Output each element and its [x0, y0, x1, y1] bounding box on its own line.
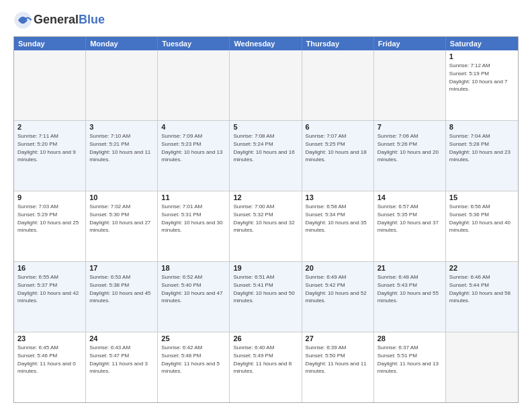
- calendar-row: 2Sunrise: 7:11 AM Sunset: 5:20 PM Daylig…: [14, 120, 518, 191]
- calendar-day-cell: 13Sunrise: 6:58 AM Sunset: 5:34 PM Dayli…: [302, 191, 374, 261]
- calendar-row: 16Sunrise: 6:55 AM Sunset: 5:37 PM Dayli…: [14, 261, 518, 332]
- weekday-header: Wednesday: [230, 37, 302, 50]
- day-info: Sunrise: 7:01 AM Sunset: 5:31 PM Dayligh…: [161, 203, 222, 233]
- day-info: Sunrise: 6:49 AM Sunset: 5:42 PM Dayligh…: [306, 274, 367, 304]
- page: GeneralBlue SundayMondayTuesdayWednesday…: [0, 0, 532, 411]
- calendar-empty-cell: [158, 50, 230, 120]
- calendar-day-cell: 14Sunrise: 6:57 AM Sunset: 5:35 PM Dayli…: [374, 191, 446, 261]
- day-info: Sunrise: 7:02 AM Sunset: 5:30 PM Dayligh…: [89, 203, 150, 233]
- day-info: Sunrise: 6:40 AM Sunset: 5:49 PM Dayligh…: [233, 345, 292, 374]
- calendar-empty-cell: [14, 50, 86, 120]
- calendar-day-cell: 19Sunrise: 6:51 AM Sunset: 5:41 PM Dayli…: [230, 262, 302, 332]
- logo-general: General: [34, 13, 79, 26]
- calendar-empty-cell: [230, 50, 302, 120]
- weekday-header: Saturday: [446, 37, 518, 50]
- calendar-body: 1Sunrise: 7:12 AM Sunset: 5:19 PM Daylig…: [14, 50, 518, 402]
- calendar-day-cell: 27Sunrise: 6:39 AM Sunset: 5:50 PM Dayli…: [302, 332, 374, 402]
- weekday-header: Thursday: [302, 37, 374, 50]
- day-info: Sunrise: 6:52 AM Sunset: 5:40 PM Dayligh…: [161, 274, 222, 304]
- calendar-day-cell: 6Sunrise: 7:07 AM Sunset: 5:25 PM Daylig…: [302, 121, 374, 191]
- calendar-day-cell: 23Sunrise: 6:45 AM Sunset: 5:46 PM Dayli…: [14, 332, 86, 402]
- day-number: 7: [378, 123, 442, 131]
- calendar-day-cell: 18Sunrise: 6:52 AM Sunset: 5:40 PM Dayli…: [158, 262, 230, 332]
- day-number: 21: [378, 264, 442, 272]
- calendar-empty-cell: [302, 50, 374, 120]
- calendar-day-cell: 25Sunrise: 6:42 AM Sunset: 5:48 PM Dayli…: [158, 332, 230, 402]
- day-number: 6: [306, 123, 370, 131]
- calendar-day-cell: 3Sunrise: 7:10 AM Sunset: 5:21 PM Daylig…: [86, 121, 158, 191]
- logo-icon: [13, 11, 32, 30]
- day-number: 14: [378, 193, 442, 201]
- calendar-day-cell: 21Sunrise: 6:48 AM Sunset: 5:43 PM Dayli…: [374, 262, 446, 332]
- day-info: Sunrise: 6:58 AM Sunset: 5:34 PM Dayligh…: [306, 203, 367, 233]
- calendar-day-cell: 15Sunrise: 6:56 AM Sunset: 5:36 PM Dayli…: [446, 191, 518, 261]
- day-info: Sunrise: 6:43 AM Sunset: 5:47 PM Dayligh…: [89, 345, 148, 374]
- calendar-row: 23Sunrise: 6:45 AM Sunset: 5:46 PM Dayli…: [14, 332, 518, 402]
- weekday-header: Sunday: [14, 37, 86, 50]
- calendar-header: SundayMondayTuesdayWednesdayThursdayFrid…: [14, 37, 518, 50]
- day-info: Sunrise: 7:00 AM Sunset: 5:32 PM Dayligh…: [233, 203, 294, 233]
- calendar-empty-cell: [374, 50, 446, 120]
- calendar-day-cell: 8Sunrise: 7:04 AM Sunset: 5:28 PM Daylig…: [446, 121, 518, 191]
- day-info: Sunrise: 7:04 AM Sunset: 5:28 PM Dayligh…: [449, 133, 511, 163]
- day-number: 16: [17, 264, 82, 272]
- day-number: 4: [161, 123, 226, 131]
- day-number: 23: [17, 334, 82, 342]
- day-info: Sunrise: 7:07 AM Sunset: 5:25 PM Dayligh…: [306, 133, 367, 163]
- day-number: 19: [233, 264, 298, 272]
- day-info: Sunrise: 6:53 AM Sunset: 5:38 PM Dayligh…: [89, 274, 150, 304]
- calendar-day-cell: 2Sunrise: 7:11 AM Sunset: 5:20 PM Daylig…: [14, 121, 86, 191]
- calendar-day-cell: 9Sunrise: 7:03 AM Sunset: 5:29 PM Daylig…: [14, 191, 86, 261]
- calendar-row: 9Sunrise: 7:03 AM Sunset: 5:29 PM Daylig…: [14, 191, 518, 261]
- day-number: 12: [233, 193, 298, 201]
- calendar-day-cell: 5Sunrise: 7:08 AM Sunset: 5:24 PM Daylig…: [230, 121, 302, 191]
- day-number: 25: [161, 334, 226, 342]
- calendar: SundayMondayTuesdayWednesdayThursdayFrid…: [13, 36, 519, 403]
- calendar-day-cell: 28Sunrise: 6:37 AM Sunset: 5:51 PM Dayli…: [374, 332, 446, 402]
- calendar-row: 1Sunrise: 7:12 AM Sunset: 5:19 PM Daylig…: [14, 50, 518, 120]
- day-number: 18: [161, 264, 226, 272]
- calendar-day-cell: 10Sunrise: 7:02 AM Sunset: 5:30 PM Dayli…: [86, 191, 158, 261]
- day-info: Sunrise: 6:55 AM Sunset: 5:37 PM Dayligh…: [17, 274, 79, 304]
- calendar-empty-cell: [86, 50, 158, 120]
- day-info: Sunrise: 6:48 AM Sunset: 5:43 PM Dayligh…: [378, 274, 439, 304]
- logo-text: GeneralBlue: [34, 13, 105, 27]
- day-number: 11: [161, 193, 226, 201]
- day-info: Sunrise: 7:11 AM Sunset: 5:20 PM Dayligh…: [17, 133, 76, 163]
- logo: GeneralBlue: [13, 11, 105, 30]
- day-info: Sunrise: 6:57 AM Sunset: 5:35 PM Dayligh…: [378, 203, 439, 233]
- day-number: 5: [233, 123, 298, 131]
- header: GeneralBlue: [13, 11, 519, 30]
- day-info: Sunrise: 7:10 AM Sunset: 5:21 PM Dayligh…: [89, 133, 150, 163]
- day-info: Sunrise: 6:42 AM Sunset: 5:48 PM Dayligh…: [161, 345, 220, 374]
- day-number: 28: [378, 334, 442, 342]
- calendar-day-cell: 20Sunrise: 6:49 AM Sunset: 5:42 PM Dayli…: [302, 262, 374, 332]
- day-info: Sunrise: 7:12 AM Sunset: 5:19 PM Dayligh…: [449, 62, 508, 92]
- calendar-day-cell: 26Sunrise: 6:40 AM Sunset: 5:49 PM Dayli…: [230, 332, 302, 402]
- day-info: Sunrise: 6:45 AM Sunset: 5:46 PM Dayligh…: [17, 345, 76, 374]
- day-info: Sunrise: 7:08 AM Sunset: 5:24 PM Dayligh…: [233, 133, 294, 163]
- calendar-empty-cell: [446, 332, 518, 402]
- day-number: 9: [17, 193, 82, 201]
- calendar-day-cell: 17Sunrise: 6:53 AM Sunset: 5:38 PM Dayli…: [86, 262, 158, 332]
- calendar-day-cell: 11Sunrise: 7:01 AM Sunset: 5:31 PM Dayli…: [158, 191, 230, 261]
- calendar-day-cell: 4Sunrise: 7:09 AM Sunset: 5:23 PM Daylig…: [158, 121, 230, 191]
- day-number: 2: [17, 123, 82, 131]
- calendar-day-cell: 12Sunrise: 7:00 AM Sunset: 5:32 PM Dayli…: [230, 191, 302, 261]
- calendar-day-cell: 24Sunrise: 6:43 AM Sunset: 5:47 PM Dayli…: [86, 332, 158, 402]
- day-number: 27: [306, 334, 370, 342]
- day-info: Sunrise: 7:03 AM Sunset: 5:29 PM Dayligh…: [17, 203, 79, 233]
- calendar-day-cell: 22Sunrise: 6:46 AM Sunset: 5:44 PM Dayli…: [446, 262, 518, 332]
- calendar-day-cell: 7Sunrise: 7:06 AM Sunset: 5:26 PM Daylig…: [374, 121, 446, 191]
- day-number: 1: [449, 52, 515, 60]
- calendar-day-cell: 16Sunrise: 6:55 AM Sunset: 5:37 PM Dayli…: [14, 262, 86, 332]
- day-info: Sunrise: 6:39 AM Sunset: 5:50 PM Dayligh…: [306, 345, 367, 374]
- day-info: Sunrise: 6:46 AM Sunset: 5:44 PM Dayligh…: [449, 274, 511, 304]
- calendar-day-cell: 1Sunrise: 7:12 AM Sunset: 5:19 PM Daylig…: [446, 50, 518, 120]
- day-number: 8: [449, 123, 515, 131]
- day-number: 3: [89, 123, 154, 131]
- day-info: Sunrise: 6:51 AM Sunset: 5:41 PM Dayligh…: [233, 274, 294, 304]
- logo-blue: Blue: [79, 13, 105, 26]
- day-info: Sunrise: 7:09 AM Sunset: 5:23 PM Dayligh…: [161, 133, 222, 163]
- day-number: 13: [306, 193, 370, 201]
